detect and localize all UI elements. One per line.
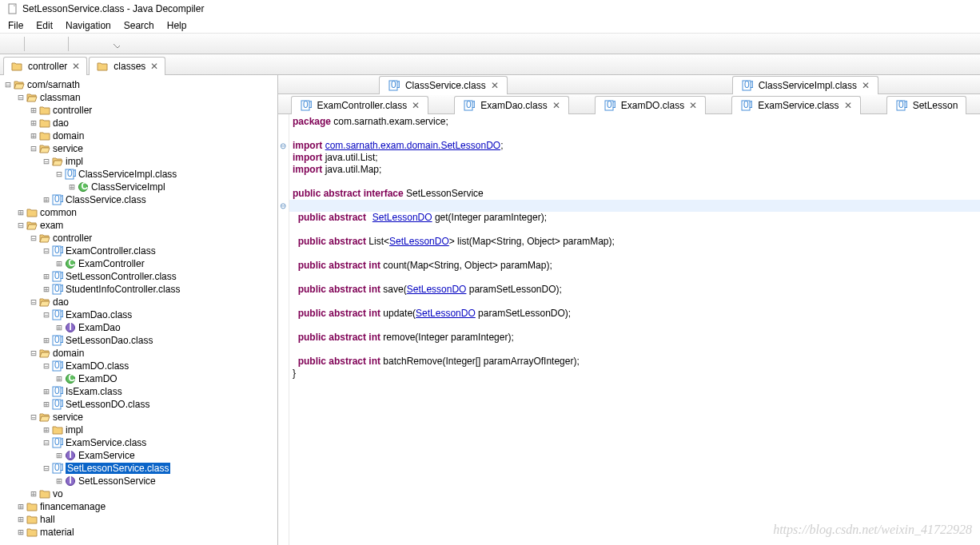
tree-node[interactable]: ⊟service (0, 142, 277, 155)
tree-node[interactable]: ⊟service (0, 411, 277, 424)
expand-icon[interactable]: ⊞ (42, 272, 51, 281)
tree-node[interactable]: ⊞SetLessonService (0, 475, 277, 487)
editor-tab[interactable]: ClassService.class✕ (379, 76, 508, 94)
tree-node[interactable]: ⊞material (0, 526, 277, 539)
editor-tab[interactable]: ExamDao.class✕ (454, 96, 568, 114)
tree-node[interactable]: ⊟exam (0, 219, 277, 232)
wand-button[interactable] (47, 35, 65, 53)
collapse-icon[interactable]: ⊟ (42, 463, 51, 473)
editor-tab[interactable]: ExamController.class✕ (291, 96, 429, 114)
collapse-icon[interactable]: ⊟ (42, 361, 51, 371)
collapse-icon[interactable]: ⊟ (54, 169, 64, 179)
menu-help[interactable]: Help (162, 18, 192, 33)
tree-node[interactable]: ⊞IsExam.class (0, 385, 277, 398)
expand-icon[interactable]: ⊞ (54, 323, 64, 332)
expand-icon[interactable]: ⊞ (42, 400, 51, 409)
expand-icon[interactable]: ⊞ (29, 131, 38, 141)
code-area[interactable]: ⊖ ⊖ package com.sarnath.exam.service; im… (278, 114, 980, 545)
expand-icon[interactable]: ⊞ (67, 182, 77, 192)
expand-icon[interactable]: ⊞ (16, 527, 26, 537)
nav-back-button[interactable] (72, 35, 90, 53)
collapse-icon[interactable]: ⊟ (16, 93, 26, 102)
fold-icon[interactable]: ⊖ (278, 140, 288, 152)
tree-node[interactable]: ⊟dao (0, 296, 277, 308)
collapse-icon[interactable]: ⊟ (29, 144, 38, 153)
tree-node[interactable]: ⊟ExamDO.class (0, 360, 277, 372)
fold-icon[interactable]: ⊖ (278, 200, 288, 212)
tree-node[interactable]: ⊞SetLessonDO.class (0, 398, 277, 411)
close-icon[interactable]: ✕ (552, 100, 560, 111)
tree-node[interactable]: ⊞vo (0, 487, 277, 500)
collapse-icon[interactable]: ⊟ (42, 438, 51, 448)
tree-node[interactable]: ⊟ExamService.class (0, 436, 277, 449)
expand-icon[interactable]: ⊞ (54, 476, 64, 486)
collapse-icon[interactable]: ⊟ (3, 80, 13, 90)
tree-node[interactable]: ⊞ExamService (0, 449, 277, 462)
close-icon[interactable]: ✕ (862, 80, 870, 91)
expand-icon[interactable]: ⊞ (29, 489, 38, 499)
tree-node[interactable]: ⊟com/sarnath (0, 78, 277, 91)
tree-node[interactable]: ⊞domain (0, 129, 277, 142)
close-icon[interactable]: ✕ (412, 100, 420, 111)
collapse-icon[interactable]: ⊟ (29, 297, 38, 307)
tree-node[interactable]: ⊞ClassServiceImpl (0, 181, 277, 193)
tree-node[interactable]: ⊟controller (0, 232, 277, 245)
folder-tab-controller[interactable]: controller ✕ (3, 57, 87, 75)
source-code[interactable]: package com.sarnath.exam.service; import… (289, 114, 980, 545)
tree-node[interactable]: ⊞dao (0, 117, 277, 129)
editor-tab[interactable]: ExamService.class✕ (731, 96, 860, 114)
collapse-icon[interactable]: ⊟ (42, 310, 51, 320)
close-icon[interactable]: ✕ (491, 80, 499, 91)
tree-node[interactable]: ⊟domain (0, 347, 277, 360)
tree-node[interactable]: ⊞SetLessonDao.class (0, 334, 277, 347)
menu-search[interactable]: Search (119, 18, 159, 33)
tree-node[interactable]: ⊞impl (0, 424, 277, 436)
close-icon[interactable]: ✕ (689, 100, 697, 111)
expand-icon[interactable]: ⊞ (29, 105, 38, 115)
expand-icon[interactable]: ⊞ (16, 208, 26, 217)
close-icon[interactable]: ✕ (72, 61, 80, 72)
tree-node[interactable]: ⊟ClassServiceImpl.class (0, 168, 277, 181)
expand-icon[interactable]: ⊞ (42, 195, 51, 205)
editor-tab[interactable]: ExamDO.class✕ (595, 96, 706, 114)
editor-tab-active[interactable]: SetLesson (886, 96, 967, 114)
expand-icon[interactable]: ⊞ (42, 425, 51, 435)
tree-node[interactable]: ⊟impl (0, 155, 277, 168)
expand-icon[interactable]: ⊞ (42, 284, 51, 294)
tree-node[interactable]: ⊟ExamDao.class (0, 308, 277, 321)
expand-icon[interactable]: ⊞ (54, 451, 64, 460)
close-icon[interactable]: ✕ (844, 100, 852, 111)
collapse-icon[interactable]: ⊟ (42, 246, 51, 256)
tree-node[interactable]: ⊞ExamDO (0, 372, 277, 385)
tree-node[interactable]: ⊞financemanage (0, 500, 277, 513)
close-icon[interactable]: ✕ (150, 61, 158, 72)
tree-node[interactable]: ⊞StudentInfoController.class (0, 283, 277, 296)
tree-panel[interactable]: ⊟com/sarnath ⊟classman ⊞controller ⊞dao … (0, 75, 278, 545)
tree-node[interactable]: ⊞ClassService.class (0, 193, 277, 206)
folder-tab-classes[interactable]: classes ✕ (89, 57, 165, 75)
save-button[interactable] (28, 35, 46, 53)
tree-node[interactable]: ⊞SetLessonController.class (0, 270, 277, 283)
expand-icon[interactable]: ⊞ (42, 387, 51, 396)
tree-node[interactable]: ⊞hall (0, 513, 277, 526)
tree-node[interactable]: ⊞common (0, 206, 277, 219)
nav-fwd-button[interactable] (91, 35, 109, 53)
expand-icon[interactable]: ⊞ (54, 259, 64, 269)
tree-node[interactable]: ⊞ExamDao (0, 321, 277, 334)
tree-node[interactable]: ⊟ExamController.class (0, 245, 277, 257)
expand-icon[interactable]: ⊞ (42, 336, 51, 345)
collapse-icon[interactable]: ⊟ (29, 348, 38, 358)
tree-node[interactable]: ⊞ExamController (0, 257, 277, 270)
expand-icon[interactable]: ⊞ (16, 515, 26, 524)
collapse-icon[interactable]: ⊟ (42, 157, 51, 166)
tree-node-selected[interactable]: ⊟SetLessonService.class (0, 462, 277, 475)
collapse-icon[interactable]: ⊟ (29, 233, 38, 243)
collapse-icon[interactable]: ⊟ (29, 412, 38, 422)
open-folder-button[interactable] (3, 35, 21, 53)
expand-icon[interactable]: ⊞ (54, 374, 64, 384)
collapse-icon[interactable]: ⊟ (16, 221, 26, 230)
expand-icon[interactable]: ⊞ (16, 502, 26, 511)
tree-node[interactable]: ⊞controller (0, 104, 277, 117)
tree-node[interactable]: ⊟classman (0, 91, 277, 104)
editor-tab[interactable]: ClassServiceImpl.class✕ (732, 76, 878, 94)
